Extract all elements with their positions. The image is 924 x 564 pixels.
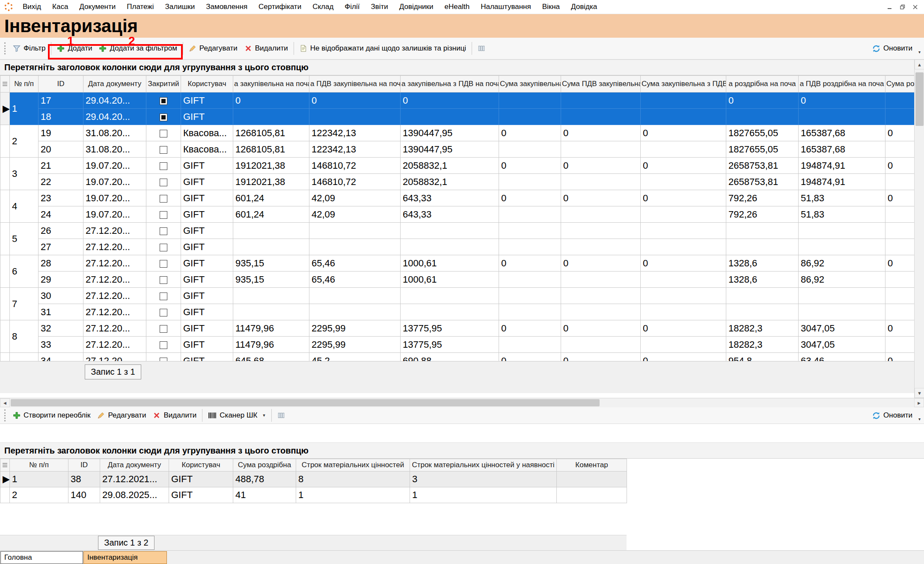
toolbar-grip[interactable]	[4, 409, 6, 421]
menu-item-14[interactable]: Довідка	[565, 3, 603, 11]
cell-value-7[interactable]: 194874,91	[799, 158, 885, 174]
closed-checkbox[interactable]	[160, 325, 167, 333]
cell-closed[interactable]	[146, 239, 181, 255]
closed-checkbox[interactable]	[160, 227, 167, 235]
scroll-right-icon[interactable]: ►	[914, 398, 924, 407]
cell-group-number[interactable]: 4	[10, 190, 39, 223]
cell-date[interactable]: 27.12.20...	[83, 337, 146, 353]
cell-user[interactable]: GIFT	[181, 158, 233, 174]
cell-value-2[interactable]: 2058832,1	[401, 174, 499, 190]
closed-checkbox[interactable]	[160, 146, 167, 154]
cell-date[interactable]: 27.12.20...	[83, 320, 146, 337]
group-by-panel[interactable]: Перетягніть заголовок колонки сюди для у…	[0, 60, 924, 75]
cell-value-7[interactable]: 51,83	[799, 206, 885, 223]
table-row[interactable]: 214029.08.2025...GIFT4111	[0, 487, 627, 503]
closed-checkbox[interactable]	[160, 195, 167, 203]
column-header-5[interactable]: Строк матеріальних цінностей	[296, 459, 410, 471]
cell-value-6[interactable]: 792,26	[726, 206, 799, 223]
cell-value-8[interactable]	[885, 223, 915, 239]
cell-user[interactable]: GIFT	[181, 320, 233, 337]
cell-value-8[interactable]: 0	[885, 353, 915, 361]
edit-button[interactable]: Редагувати	[185, 42, 241, 55]
cell-date[interactable]: 29.04.20...	[83, 109, 146, 125]
cell-value-7[interactable]: 3047,05	[799, 320, 885, 337]
scroll-up-icon[interactable]: ▲	[915, 60, 924, 69]
cell-value-5[interactable]: 0	[641, 158, 726, 174]
cell-value-1[interactable]	[309, 288, 401, 304]
close-icon[interactable]	[911, 3, 920, 11]
table-row[interactable]: 3427.12.20...GIFT645,6845,2690,88000954,…	[0, 353, 915, 361]
cell-user[interactable]: Квасова...	[181, 141, 233, 158]
cell-id[interactable]: 22	[39, 174, 83, 190]
table-row[interactable]: 2219.07.20...GIFT1912021,38146810,722058…	[0, 174, 915, 190]
cell-value-8[interactable]	[885, 272, 915, 288]
cell-value-7[interactable]: 194874,91	[799, 174, 885, 190]
cell-value-5[interactable]	[641, 206, 726, 223]
cell-id[interactable]: 26	[39, 223, 83, 239]
table-row[interactable]: 2927.12.20...GIFT935,1565,461000,611328,…	[0, 272, 915, 288]
cell-group-number[interactable]: 8	[10, 320, 39, 353]
cell-value-4[interactable]: 0	[561, 190, 641, 206]
cell-value-4[interactable]	[561, 272, 641, 288]
cell-value-3[interactable]: 0	[499, 255, 561, 272]
cell-sum[interactable]: 488,78	[233, 471, 296, 487]
table-row[interactable]: ▶11729.04.20...GIFT00000	[0, 93, 915, 109]
cell-value-4[interactable]	[561, 174, 641, 190]
cell-group-number[interactable]: 3	[10, 158, 39, 190]
scroll-left-icon[interactable]: ◄	[0, 398, 10, 407]
cell-id[interactable]: 23	[39, 190, 83, 206]
column-header-4[interactable]: Користувач	[181, 76, 233, 93]
cell-value-2[interactable]	[401, 304, 499, 320]
cell-value-4[interactable]	[561, 337, 641, 353]
cell-value-0[interactable]: 1912021,38	[233, 174, 309, 190]
cell-value-6[interactable]: 1827655,05	[726, 125, 799, 141]
cell-value-8[interactable]: 0	[885, 190, 915, 206]
cell-value-8[interactable]	[885, 206, 915, 223]
cell-value-1[interactable]: 2295,99	[309, 320, 401, 337]
cell-closed[interactable]	[146, 223, 181, 239]
cell-value-3[interactable]	[499, 93, 561, 109]
cell-value-6[interactable]	[726, 223, 799, 239]
filter-button[interactable]: Фільтр	[9, 42, 49, 55]
cell-value-2[interactable]	[401, 223, 499, 239]
cell-value-5[interactable]: 0	[641, 125, 726, 141]
cell-value-0[interactable]: 935,15	[233, 255, 309, 272]
vertical-scrollbar-thumb[interactable]	[915, 72, 924, 126]
cell-value-5[interactable]	[641, 141, 726, 158]
cell-value-3[interactable]: 0	[499, 353, 561, 361]
column-header-5[interactable]: а закупівельна на поча	[233, 76, 309, 93]
table-row[interactable]: 2727.12.20...GIFT	[0, 239, 915, 255]
cell-group-number[interactable]: 1	[10, 93, 39, 125]
column-header-3[interactable]: Користувач	[169, 459, 233, 471]
cell-date[interactable]: 27.12.20...	[83, 223, 146, 239]
cell-value-6[interactable]	[726, 288, 799, 304]
cell-group-number[interactable]: 5	[10, 223, 39, 255]
cell-date[interactable]: 31.08.20...	[83, 141, 146, 158]
cell-date[interactable]: 29.04.20...	[83, 93, 146, 109]
cell-closed[interactable]	[146, 288, 181, 304]
table-row[interactable]: 42319.07.20...GIFT601,2442,09643,3300079…	[0, 190, 915, 206]
column-header-0[interactable]: № п/п	[10, 76, 39, 93]
column-header-12[interactable]: а ПДВ роздрібна на поча	[799, 76, 885, 93]
cell-value-5[interactable]	[641, 93, 726, 109]
cell-value-7[interactable]	[799, 239, 885, 255]
cell-value-6[interactable]	[726, 109, 799, 125]
cell-value-2[interactable]: 1000,61	[401, 255, 499, 272]
cell-value-1[interactable]: 42,09	[309, 190, 401, 206]
cell-value-0[interactable]: 935,15	[233, 272, 309, 288]
minimize-icon[interactable]	[885, 3, 894, 11]
cell-value-4[interactable]	[561, 223, 641, 239]
cell-value-2[interactable]: 643,33	[401, 206, 499, 223]
column-header-2[interactable]: Дата документу	[83, 76, 146, 93]
cell-value-0[interactable]: 11479,96	[233, 337, 309, 353]
cell-user[interactable]: GIFT	[181, 272, 233, 288]
create-recount-button[interactable]: Створити переоблік	[9, 409, 94, 422]
menu-item-12[interactable]: Налаштування	[475, 3, 537, 11]
cell-value-8[interactable]: 0	[885, 255, 915, 272]
cell-value-1[interactable]: 42,09	[309, 206, 401, 223]
cell-value-2[interactable]: 1390447,95	[401, 141, 499, 158]
cell-value-1[interactable]: 0	[309, 93, 401, 109]
add-button[interactable]: Додати	[53, 42, 95, 55]
cell-user[interactable]: GIFT	[181, 223, 233, 239]
cell-user[interactable]: GIFT	[181, 255, 233, 272]
